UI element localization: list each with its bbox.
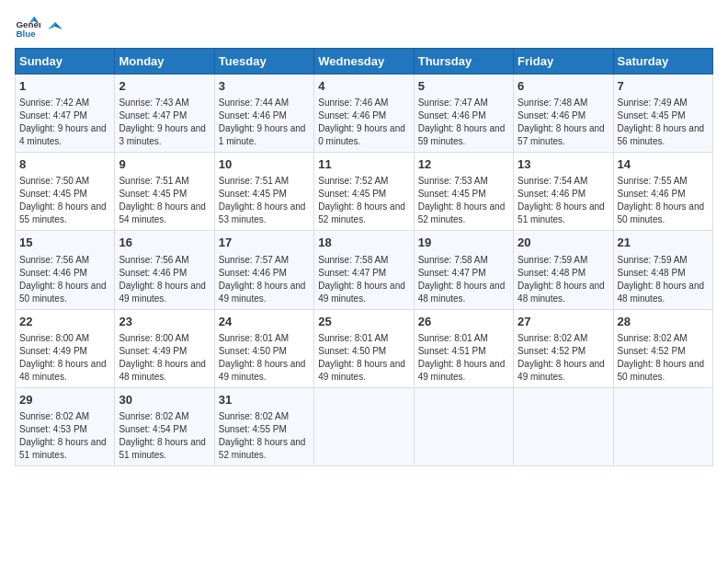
day-number: 28 <box>618 314 709 330</box>
week-row-2: 8Sunrise: 7:50 AMSunset: 4:45 PMDaylight… <box>16 153 713 231</box>
sunset-label: Sunset: 4:50 PM <box>219 346 287 356</box>
daylight-label: Daylight: 8 hours and 55 minutes. <box>19 201 107 224</box>
day-number: 13 <box>518 156 609 173</box>
sunset-label: Sunset: 4:48 PM <box>518 268 586 278</box>
sunrise-label: Sunrise: 7:51 AM <box>119 176 188 186</box>
day-number: 9 <box>119 156 210 173</box>
day-cell <box>414 387 513 465</box>
day-number: 22 <box>19 314 110 330</box>
day-cell: 16Sunrise: 7:56 AMSunset: 4:46 PMDayligh… <box>115 231 214 309</box>
day-cell: 24Sunrise: 8:01 AMSunset: 4:50 PMDayligh… <box>214 309 313 387</box>
daylight-label: Daylight: 8 hours and 49 minutes. <box>518 359 605 382</box>
daylight-label: Daylight: 8 hours and 53 minutes. <box>219 201 306 224</box>
day-number: 19 <box>418 235 509 251</box>
sunrise-label: Sunrise: 8:02 AM <box>219 411 289 421</box>
sunrise-label: Sunrise: 7:58 AM <box>418 255 488 265</box>
daylight-label: Daylight: 8 hours and 54 minutes. <box>119 201 206 224</box>
sunrise-label: Sunrise: 7:52 AM <box>318 176 388 186</box>
day-number: 3 <box>219 78 310 95</box>
daylight-label: Daylight: 8 hours and 49 minutes. <box>119 281 206 304</box>
sunset-label: Sunset: 4:47 PM <box>318 268 386 278</box>
day-number: 29 <box>19 392 110 408</box>
daylight-label: Daylight: 8 hours and 56 minutes. <box>618 123 705 146</box>
daylight-label: Daylight: 8 hours and 49 minutes. <box>318 281 405 304</box>
sunset-label: Sunset: 4:45 PM <box>618 110 686 121</box>
sunrise-label: Sunrise: 8:00 AM <box>19 333 89 343</box>
sunset-label: Sunset: 4:46 PM <box>418 110 486 121</box>
logo-bird-icon <box>46 20 64 39</box>
sunrise-label: Sunrise: 7:46 AM <box>318 98 388 108</box>
day-cell: 12Sunrise: 7:53 AMSunset: 4:45 PMDayligh… <box>414 153 513 231</box>
day-number: 17 <box>219 235 310 251</box>
sunrise-label: Sunrise: 8:01 AM <box>318 333 388 343</box>
day-number: 14 <box>618 156 709 173</box>
day-cell: 5Sunrise: 7:47 AMSunset: 4:46 PMDaylight… <box>414 75 513 153</box>
daylight-label: Daylight: 8 hours and 52 minutes. <box>418 201 506 224</box>
day-cell: 13Sunrise: 7:54 AMSunset: 4:46 PMDayligh… <box>514 153 613 231</box>
day-number: 11 <box>318 156 409 173</box>
sunset-label: Sunset: 4:45 PM <box>219 189 287 199</box>
daylight-label: Daylight: 8 hours and 51 minutes. <box>119 437 206 460</box>
day-cell: 11Sunrise: 7:52 AMSunset: 4:45 PMDayligh… <box>314 153 414 231</box>
sunset-label: Sunset: 4:53 PM <box>19 424 87 434</box>
sunrise-label: Sunrise: 7:43 AM <box>119 98 188 108</box>
sunset-label: Sunset: 4:46 PM <box>119 268 187 278</box>
sunrise-label: Sunrise: 8:01 AM <box>219 333 289 343</box>
day-cell: 31Sunrise: 8:02 AMSunset: 4:55 PMDayligh… <box>214 387 313 465</box>
sunset-label: Sunset: 4:46 PM <box>618 189 686 199</box>
day-cell: 14Sunrise: 7:55 AMSunset: 4:46 PMDayligh… <box>613 153 712 231</box>
day-number: 26 <box>418 314 509 330</box>
sunset-label: Sunset: 4:52 PM <box>618 346 686 356</box>
sunset-label: Sunset: 4:45 PM <box>19 189 87 199</box>
day-cell: 10Sunrise: 7:51 AMSunset: 4:45 PMDayligh… <box>214 153 313 231</box>
col-header-sunday: Sunday <box>16 49 115 75</box>
daylight-label: Daylight: 8 hours and 49 minutes. <box>318 359 405 382</box>
day-cell: 4Sunrise: 7:46 AMSunset: 4:46 PMDaylight… <box>314 75 414 153</box>
day-cell: 20Sunrise: 7:59 AMSunset: 4:48 PMDayligh… <box>514 231 613 309</box>
day-cell: 29Sunrise: 8:02 AMSunset: 4:53 PMDayligh… <box>16 387 115 465</box>
day-cell: 1Sunrise: 7:42 AMSunset: 4:47 PMDaylight… <box>16 75 115 153</box>
week-row-5: 29Sunrise: 8:02 AMSunset: 4:53 PMDayligh… <box>16 387 713 465</box>
sunrise-label: Sunrise: 7:49 AM <box>618 98 688 108</box>
week-row-4: 22Sunrise: 8:00 AMSunset: 4:49 PMDayligh… <box>16 309 713 387</box>
day-number: 8 <box>19 156 110 173</box>
sunrise-label: Sunrise: 7:56 AM <box>19 255 89 265</box>
day-number: 18 <box>318 235 409 251</box>
col-header-thursday: Thursday <box>414 49 513 75</box>
daylight-label: Daylight: 9 hours and 3 minutes. <box>119 123 206 146</box>
sunset-label: Sunset: 4:46 PM <box>19 268 87 278</box>
day-cell: 3Sunrise: 7:44 AMSunset: 4:46 PMDaylight… <box>214 75 313 153</box>
day-number: 5 <box>418 78 509 95</box>
sunrise-label: Sunrise: 7:55 AM <box>618 176 688 186</box>
sunset-label: Sunset: 4:46 PM <box>219 110 287 121</box>
col-header-saturday: Saturday <box>613 49 712 75</box>
sunset-label: Sunset: 4:45 PM <box>119 189 187 199</box>
day-cell: 17Sunrise: 7:57 AMSunset: 4:46 PMDayligh… <box>214 231 313 309</box>
daylight-label: Daylight: 9 hours and 4 minutes. <box>19 123 107 146</box>
sunrise-label: Sunrise: 7:47 AM <box>418 98 488 108</box>
week-row-3: 15Sunrise: 7:56 AMSunset: 4:46 PMDayligh… <box>16 231 713 309</box>
sunrise-label: Sunrise: 7:48 AM <box>518 98 587 108</box>
day-number: 31 <box>219 392 310 408</box>
daylight-label: Daylight: 8 hours and 48 minutes. <box>19 359 107 382</box>
day-cell: 19Sunrise: 7:58 AMSunset: 4:47 PMDayligh… <box>414 231 513 309</box>
col-header-friday: Friday <box>514 49 613 75</box>
day-number: 15 <box>19 235 110 251</box>
daylight-label: Daylight: 9 hours and 0 minutes. <box>318 123 405 146</box>
daylight-label: Daylight: 8 hours and 51 minutes. <box>19 437 107 460</box>
day-number: 6 <box>518 78 609 95</box>
day-cell: 6Sunrise: 7:48 AMSunset: 4:46 PMDaylight… <box>514 75 613 153</box>
daylight-label: Daylight: 8 hours and 49 minutes. <box>418 359 506 382</box>
daylight-label: Daylight: 8 hours and 51 minutes. <box>518 201 605 224</box>
daylight-label: Daylight: 8 hours and 50 minutes. <box>19 281 107 304</box>
sunset-label: Sunset: 4:47 PM <box>19 110 87 121</box>
day-number: 24 <box>219 314 310 330</box>
day-cell: 26Sunrise: 8:01 AMSunset: 4:51 PMDayligh… <box>414 309 513 387</box>
daylight-label: Daylight: 8 hours and 48 minutes. <box>618 281 705 304</box>
sunrise-label: Sunrise: 8:02 AM <box>119 411 188 421</box>
sunset-label: Sunset: 4:47 PM <box>119 110 187 121</box>
daylight-label: Daylight: 8 hours and 48 minutes. <box>418 281 506 304</box>
day-cell: 2Sunrise: 7:43 AMSunset: 4:47 PMDaylight… <box>115 75 214 153</box>
header: General Blue <box>15 15 713 40</box>
day-number: 30 <box>119 392 210 408</box>
